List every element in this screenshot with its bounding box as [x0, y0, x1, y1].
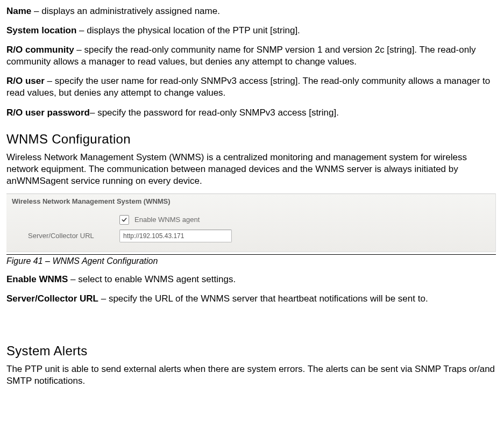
- def-ro-community: R/O community – specify the read-only co…: [6, 44, 498, 68]
- sep: –: [31, 6, 41, 16]
- desc: specify the URL of the WNMS server that …: [109, 293, 428, 304]
- wnms-panel: Wireless Network Management System (WNMS…: [6, 193, 496, 252]
- system-alerts-intro: The PTP unit is able to send external al…: [6, 363, 498, 387]
- row-enable-wnms: Enable WNMS agent: [28, 212, 490, 228]
- desc: displays an administratively assigned na…: [41, 6, 220, 16]
- row-server-url: Server/Collector URL http://192.105.43.1…: [28, 228, 490, 244]
- def-name: Name – displays an administratively assi…: [6, 5, 498, 17]
- sep: –: [76, 25, 87, 35]
- desc: select to enable WNMS agent settings.: [78, 274, 236, 284]
- heading-wnms-configuration: WNMS Configuration: [6, 131, 498, 147]
- def-ro-user: R/O user – specify the user name for rea…: [6, 75, 498, 99]
- term: R/O user: [6, 76, 45, 86]
- term: R/O community: [6, 45, 74, 55]
- term: Enable WNMS: [6, 274, 68, 284]
- server-url-label: Server/Collector URL: [28, 232, 119, 241]
- term: Name: [6, 6, 31, 16]
- sep: –: [90, 107, 97, 118]
- term: System location: [6, 25, 76, 35]
- desc: displays the physical location of the PT…: [87, 25, 300, 35]
- term: R/O user password: [6, 107, 90, 118]
- figure-caption: Figure 41 – WNMS Agent Configuration: [6, 254, 496, 267]
- def-system-location: System location – displays the physical …: [6, 25, 498, 37]
- def-enable-wnms: Enable WNMS – select to enable WNMS agen…: [6, 274, 498, 285]
- term: Server/Collector URL: [6, 293, 98, 304]
- server-url-input[interactable]: http://192.105.43.171: [119, 230, 232, 242]
- sep: –: [74, 45, 84, 55]
- wnms-panel-body: Enable WNMS agent Server/Collector URL h…: [6, 209, 495, 252]
- enable-wnms-label: Enable WNMS agent: [134, 216, 200, 225]
- sep: –: [98, 293, 109, 304]
- heading-system-alerts: System Alerts: [6, 342, 498, 359]
- wnms-panel-title: Wireless Network Management System (WNMS…: [6, 194, 495, 209]
- desc: specify the user name for read-only SNMP…: [6, 76, 490, 98]
- def-ro-user-password: R/O user password– specify the password …: [6, 107, 498, 119]
- wnms-intro: Wireless Network Management System (WNMS…: [6, 152, 498, 187]
- sep: –: [68, 274, 78, 284]
- desc: specify the password for read-only SNMPv…: [97, 107, 339, 118]
- def-server-collector-url: Server/Collector URL – specify the URL o…: [6, 293, 498, 305]
- check-icon: [121, 217, 127, 223]
- sep: –: [45, 76, 55, 86]
- enable-wnms-checkbox[interactable]: [119, 215, 129, 225]
